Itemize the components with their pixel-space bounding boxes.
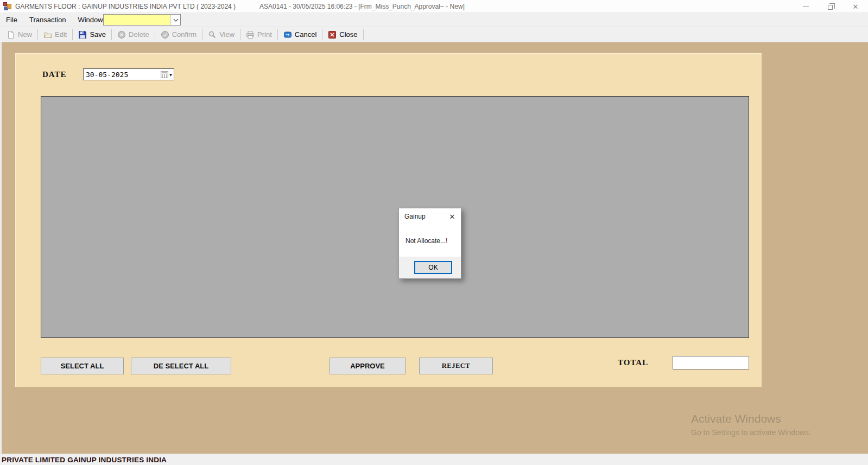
delete-icon — [117, 30, 126, 39]
restore-icon — [828, 5, 833, 10]
menu-transaction[interactable]: Transaction — [23, 13, 72, 27]
dialog-ok-button[interactable]: OK — [414, 261, 452, 274]
toolbar-separator — [277, 29, 278, 40]
toolbar-separator — [111, 29, 112, 40]
save-button[interactable]: Save — [74, 28, 110, 41]
new-button[interactable]: New — [2, 28, 36, 41]
gainup-message-dialog: Gainup ✕ Not Allocate...! OK — [398, 208, 461, 279]
deselect-all-button[interactable]: DE SELECT ALL — [131, 358, 231, 374]
minimize-icon — [803, 7, 809, 7]
total-input[interactable] — [673, 356, 749, 370]
date-dropdown-icon[interactable]: ▾ — [169, 72, 172, 78]
windows-combobox[interactable] — [103, 14, 181, 26]
toolbar-separator — [240, 29, 240, 40]
cancel-button[interactable]: Cancel — [279, 28, 321, 41]
view-button-label: View — [219, 30, 235, 39]
window-controls: ✕ — [793, 0, 868, 13]
status-bar: PRIVATE LIMITED GAINUP INDUSTRIES INDIA — [0, 454, 868, 465]
print-button[interactable]: Print — [242, 28, 276, 41]
status-text: PRIVATE LIMITED GAINUP INDUSTRIES INDIA — [2, 456, 167, 464]
delete-button-label: Delete — [129, 30, 149, 39]
edit-button[interactable]: Edit — [39, 28, 71, 41]
date-input[interactable] — [84, 71, 161, 79]
new-button-label: New — [18, 30, 32, 39]
confirm-button-label: Confirm — [172, 30, 197, 39]
calendar-icon — [161, 71, 168, 78]
toolbar-separator — [72, 29, 73, 40]
toolbar: New Edit Save Delete — [0, 27, 868, 42]
select-all-button[interactable]: SELECT ALL — [41, 358, 124, 374]
reject-button[interactable]: REJECT — [419, 358, 493, 374]
dialog-footer: OK — [399, 257, 461, 278]
dialog-title: Gainup — [404, 213, 426, 220]
approval-grid-panel — [41, 96, 749, 338]
activate-windows-watermark: Activate Windows Go to Settings to activ… — [691, 412, 811, 437]
dialog-close-icon: ✕ — [449, 213, 455, 221]
close-form-button-label: Close — [339, 30, 357, 39]
save-floppy-icon — [78, 30, 87, 39]
window-title: GARMENTS FLOOR : GAINUP INDUSTRIES INDIA… — [15, 3, 236, 10]
close-button[interactable]: ✕ — [843, 0, 868, 13]
confirm-icon — [161, 30, 169, 39]
total-label: TOTAL — [618, 358, 648, 367]
new-document-icon — [7, 30, 15, 39]
toolbar-separator — [322, 29, 322, 40]
date-picker[interactable]: ▾ — [83, 68, 174, 80]
miss-punch-approval-form: DATE ▾ SELECT ALL DE SELECT ALL APPROVE … — [15, 53, 762, 387]
save-button-label: Save — [90, 30, 106, 39]
toolbar-separator — [363, 29, 364, 40]
chevron-down-icon[interactable] — [170, 15, 180, 25]
print-button-label: Print — [257, 30, 272, 39]
edit-folder-icon — [43, 30, 52, 39]
close-icon: ✕ — [853, 3, 859, 10]
minimize-button[interactable] — [793, 0, 818, 13]
edit-button-label: Edit — [55, 30, 67, 39]
restore-button[interactable] — [818, 0, 843, 13]
toolbar-separator — [202, 29, 202, 40]
print-icon — [246, 30, 255, 39]
date-label: DATE — [42, 70, 67, 79]
confirm-button[interactable]: Confirm — [156, 28, 201, 41]
app-icon — [3, 2, 11, 10]
menu-bar: File Transaction Windows — [0, 13, 868, 27]
toolbar-separator — [37, 29, 38, 40]
application-window: GARMENTS FLOOR : GAINUP INDUSTRIES INDIA… — [0, 0, 868, 465]
toolbar-separator — [155, 29, 155, 40]
menu-file[interactable]: File — [0, 13, 23, 27]
cancel-icon — [283, 30, 292, 39]
watermark-line1: Activate Windows — [691, 412, 811, 425]
delete-button[interactable]: Delete — [113, 28, 154, 41]
watermark-line2: Go to Settings to activate Windows. — [691, 428, 811, 437]
view-button[interactable]: View — [204, 28, 239, 41]
cancel-button-label: Cancel — [295, 30, 316, 39]
close-red-icon — [328, 30, 337, 39]
approve-button[interactable]: APPROVE — [330, 358, 406, 374]
dialog-close-button[interactable]: ✕ — [447, 211, 458, 222]
title-bar: GARMENTS FLOOR : GAINUP INDUSTRIES INDIA… — [0, 0, 868, 13]
view-magnifier-icon — [208, 30, 217, 39]
dialog-message: Not Allocate...! — [406, 237, 447, 245]
close-form-button[interactable]: Close — [324, 28, 362, 41]
window-subtitle: ASA0141 - 30/05/2025 16:06:23 - [Frm_Mis… — [259, 3, 465, 10]
